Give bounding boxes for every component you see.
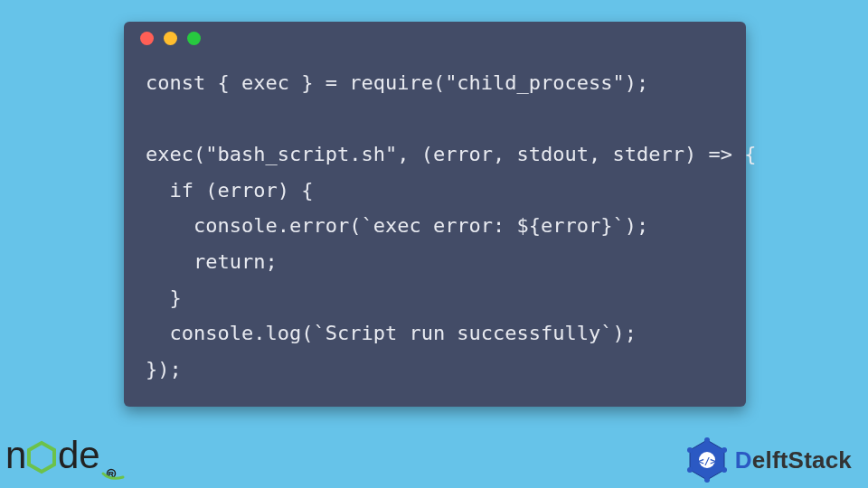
code-line: if (error) { xyxy=(146,179,313,202)
code-line: exec("bash_script.sh", (error, stdout, s… xyxy=(146,143,757,165)
code-line: return; xyxy=(146,250,278,273)
svg-point-14 xyxy=(687,447,693,453)
code-line: const { exec } = require("child_process"… xyxy=(146,71,648,94)
delftstack-badge-icon: </> xyxy=(684,437,730,483)
svg-point-11 xyxy=(722,467,727,473)
code-block: const { exec } = require("child_process"… xyxy=(124,54,746,407)
code-line: console.log(`Script run successfully`); xyxy=(146,322,637,344)
zoom-icon[interactable] xyxy=(187,32,201,45)
code-line: }); xyxy=(146,358,182,380)
svg-point-13 xyxy=(687,467,693,473)
code-line: } xyxy=(146,286,182,309)
svg-text:n: n xyxy=(5,434,26,476)
svg-point-10 xyxy=(722,447,727,453)
svg-marker-1 xyxy=(29,443,54,472)
delftstack-wordmark: DelftStack xyxy=(735,446,852,474)
svg-point-12 xyxy=(704,477,710,483)
svg-text:</>: </> xyxy=(698,455,716,467)
nodejs-logo: n de R xyxy=(5,428,130,483)
delftstack-logo: </> DelftStack xyxy=(684,437,852,483)
nodejs-icon: n de R xyxy=(5,428,130,483)
window-titlebar xyxy=(124,22,746,54)
code-window: const { exec } = require("child_process"… xyxy=(124,22,746,407)
code-line: console.error(`exec error: ${error}`); xyxy=(146,214,648,237)
svg-text:de: de xyxy=(58,434,100,476)
minimize-icon[interactable] xyxy=(164,32,177,45)
close-icon[interactable] xyxy=(140,32,154,45)
svg-point-9 xyxy=(704,437,710,443)
footer-bar: n de R </> DelftSt xyxy=(0,423,868,488)
